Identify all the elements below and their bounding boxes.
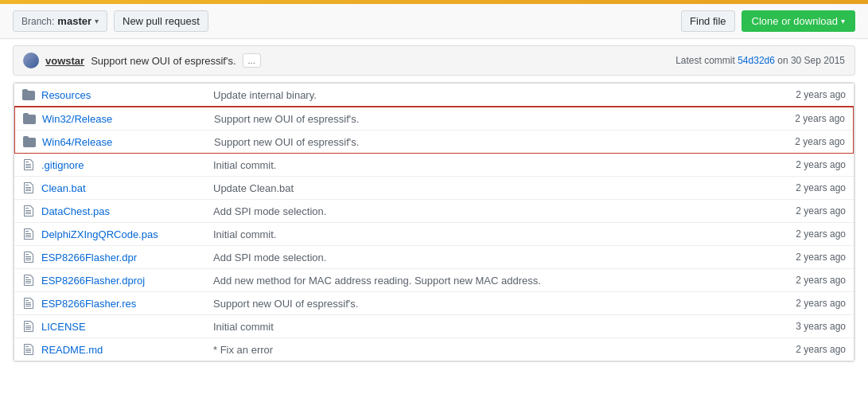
file-age: 2 years ago	[766, 344, 846, 355]
file-name-link[interactable]: DataChest.pas	[41, 205, 200, 217]
top-bar: Branch: master ▾ New pull request Find f…	[0, 4, 868, 39]
file-description: Initial commit.	[200, 228, 766, 240]
find-file-button[interactable]: Find file	[681, 10, 735, 32]
file-type-icon	[22, 158, 35, 171]
file-name-link[interactable]: .gitignore	[41, 159, 200, 171]
file-type-icon	[22, 228, 35, 240]
clone-or-download-button[interactable]: Clone or download ▾	[741, 10, 855, 32]
table-row: ESP8266Flasher.dprAdd SPI mode selection…	[14, 246, 854, 269]
file-description: Add new method for MAC address reading. …	[200, 275, 766, 287]
commit-bar-left: vowstar Support new OUI of espressif's. …	[23, 53, 261, 68]
table-row: .gitignoreInitial commit.2 years ago	[14, 154, 854, 177]
file-description: Support new OUI of espressif's.	[201, 113, 765, 125]
commit-dots-button[interactable]: ...	[243, 53, 261, 68]
file-type-icon	[22, 343, 35, 356]
file-name-link[interactable]: Win64/Release	[42, 136, 201, 148]
top-bar-left: Branch: master ▾ New pull request	[13, 10, 208, 32]
file-description: Support new OUI of espressif's.	[200, 298, 766, 310]
file-description: Add SPI mode selection.	[200, 252, 766, 263]
file-type-icon	[22, 251, 35, 263]
branch-chevron-icon: ▾	[95, 17, 99, 25]
file-type-icon	[23, 135, 36, 148]
branch-selector[interactable]: Branch: master ▾	[13, 10, 107, 32]
table-row: ResourcesUpdate internal binary.2 years …	[14, 84, 854, 107]
selected-group: Win32/ReleaseSupport new OUI of espressi…	[14, 106, 854, 154]
table-row: Win32/ReleaseSupport new OUI of espressi…	[15, 107, 853, 131]
file-name-link[interactable]: Clean.bat	[41, 182, 200, 194]
file-description: Add SPI mode selection.	[200, 205, 766, 217]
table-row: LICENSEInitial commit3 years ago	[14, 315, 854, 338]
top-bar-right: Find file Clone or download ▾	[681, 10, 855, 32]
file-type-icon	[22, 274, 35, 287]
commit-hash-link[interactable]: 54d32d6	[738, 55, 775, 66]
avatar	[23, 53, 39, 68]
file-age: 2 years ago	[766, 252, 846, 263]
file-name-link[interactable]: LICENSE	[41, 321, 200, 333]
file-description: Initial commit	[200, 321, 766, 333]
file-name-link[interactable]: ESP8266Flasher.dproj	[41, 275, 200, 287]
file-age: 2 years ago	[766, 298, 846, 309]
file-age: 2 years ago	[766, 275, 846, 286]
file-type-icon	[23, 112, 36, 125]
file-name-link[interactable]: ESP8266Flasher.dpr	[41, 252, 200, 263]
file-name-link[interactable]: README.md	[41, 344, 200, 356]
commit-date: on 30 Sep 2015	[777, 55, 845, 66]
table-row: README.md* Fix an error2 years ago	[14, 338, 854, 361]
commit-message: Support new OUI of espressif's.	[91, 55, 235, 67]
file-age: 2 years ago	[766, 205, 846, 217]
file-type-icon	[22, 181, 35, 194]
commit-bar: vowstar Support new OUI of espressif's. …	[13, 45, 855, 76]
file-description: Update Clean.bat	[200, 182, 766, 194]
file-type-icon	[22, 205, 35, 217]
table-row: ESP8266Flasher.dprojAdd new method for M…	[14, 269, 854, 292]
file-age: 2 years ago	[766, 89, 846, 100]
file-type-icon	[22, 297, 35, 310]
file-description: Support new OUI of espressif's.	[201, 136, 765, 148]
file-description: * Fix an error	[200, 344, 766, 356]
file-description: Initial commit.	[200, 159, 766, 171]
latest-commit-label: Latest commit	[675, 55, 735, 66]
table-row: Win64/ReleaseSupport new OUI of espressi…	[15, 131, 853, 153]
file-description: Update internal binary.	[200, 89, 766, 101]
file-age: 2 years ago	[765, 113, 845, 124]
file-age: 2 years ago	[765, 136, 845, 147]
file-table: ResourcesUpdate internal binary.2 years …	[13, 82, 855, 362]
table-row: DelphiZXIngQRCode.pasInitial commit.2 ye…	[14, 223, 854, 246]
file-name-link[interactable]: DelphiZXIngQRCode.pas	[41, 228, 200, 240]
file-name-link[interactable]: ESP8266Flasher.res	[41, 298, 200, 310]
table-row: ESP8266Flasher.resSupport new OUI of esp…	[14, 292, 854, 315]
table-row: DataChest.pasAdd SPI mode selection.2 ye…	[14, 200, 854, 223]
file-type-icon	[22, 320, 35, 333]
commit-author[interactable]: vowstar	[45, 55, 84, 67]
file-name-link[interactable]: Resources	[41, 89, 200, 101]
file-age: 2 years ago	[766, 228, 846, 240]
branch-label: Branch:	[21, 16, 54, 27]
branch-name: master	[57, 15, 91, 27]
new-pull-request-button[interactable]: New pull request	[114, 10, 208, 32]
commit-bar-right: Latest commit 54d32d6 on 30 Sep 2015	[675, 55, 845, 66]
file-age: 2 years ago	[766, 182, 846, 193]
file-type-icon	[22, 88, 35, 101]
file-age: 2 years ago	[766, 159, 846, 170]
clone-label: Clone or download	[752, 15, 838, 27]
file-age: 3 years ago	[766, 321, 846, 332]
clone-chevron-icon: ▾	[841, 17, 845, 25]
file-name-link[interactable]: Win32/Release	[42, 113, 201, 125]
table-row: Clean.batUpdate Clean.bat2 years ago	[14, 177, 854, 200]
